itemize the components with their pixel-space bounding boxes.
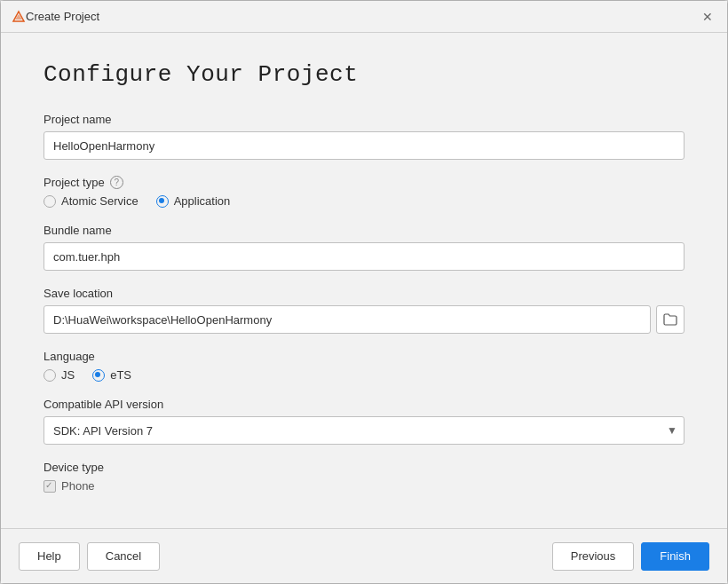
checkbox-phone bbox=[44, 480, 56, 493]
compatible-api-select-wrapper: SDK: API Version 7 SDK: API Version 8 SD… bbox=[44, 416, 684, 445]
project-type-group: Project type ? Atomic Service Applicatio… bbox=[44, 176, 684, 208]
compatible-api-label: Compatible API version bbox=[44, 398, 684, 411]
radio-application-label: Application bbox=[174, 194, 231, 208]
previous-button[interactable]: Previous bbox=[552, 542, 635, 571]
radio-js[interactable] bbox=[44, 369, 56, 382]
project-name-group: Project name bbox=[44, 113, 684, 160]
checkbox-item-phone[interactable]: Phone bbox=[44, 479, 95, 493]
project-name-input[interactable] bbox=[44, 131, 684, 160]
help-button[interactable]: Help bbox=[19, 542, 80, 571]
radio-application[interactable] bbox=[156, 195, 169, 208]
radio-atomic-service[interactable] bbox=[44, 195, 56, 208]
project-type-help-icon[interactable]: ? bbox=[110, 176, 123, 189]
save-location-input-group bbox=[44, 305, 684, 334]
language-group: Language JS eTS bbox=[44, 350, 684, 382]
radio-item-application[interactable]: Application bbox=[156, 194, 231, 208]
create-project-dialog: Create Project ✕ Configure Your Project … bbox=[0, 0, 728, 584]
dialog-footer: Help Cancel Previous Finish bbox=[1, 528, 727, 583]
footer-right-buttons: Previous Finish bbox=[552, 542, 709, 571]
language-label: Language bbox=[44, 350, 684, 363]
device-type-label: Device type bbox=[44, 461, 684, 474]
radio-item-ets[interactable]: eTS bbox=[92, 368, 131, 382]
bundle-name-label: Bundle name bbox=[44, 224, 684, 237]
compatible-api-group: Compatible API version SDK: API Version … bbox=[44, 398, 684, 445]
title-bar: Create Project ✕ bbox=[1, 1, 727, 33]
app-logo-icon bbox=[12, 10, 26, 24]
bundle-name-input[interactable] bbox=[44, 242, 684, 271]
radio-item-atomic-service[interactable]: Atomic Service bbox=[44, 194, 138, 208]
save-location-label: Save location bbox=[44, 287, 684, 300]
dialog-title: Create Project bbox=[26, 10, 699, 23]
finish-button[interactable]: Finish bbox=[641, 542, 709, 571]
language-radio-group: JS eTS bbox=[44, 368, 684, 382]
save-location-input[interactable] bbox=[44, 305, 651, 334]
radio-ets[interactable] bbox=[92, 369, 105, 382]
radio-ets-label: eTS bbox=[110, 368, 131, 382]
radio-item-js[interactable]: JS bbox=[44, 368, 75, 382]
browse-folder-button[interactable] bbox=[656, 305, 684, 334]
form-content: Configure Your Project Project name Proj… bbox=[1, 33, 727, 528]
device-type-checkbox-group: Phone bbox=[44, 479, 684, 493]
folder-icon bbox=[663, 313, 677, 326]
save-location-group: Save location bbox=[44, 287, 684, 334]
cancel-button[interactable]: Cancel bbox=[87, 542, 160, 571]
project-name-label: Project name bbox=[44, 113, 684, 126]
project-type-radio-group: Atomic Service Application bbox=[44, 194, 684, 208]
compatible-api-select[interactable]: SDK: API Version 7 SDK: API Version 8 SD… bbox=[44, 416, 684, 445]
page-heading: Configure Your Project bbox=[44, 61, 684, 88]
radio-js-label: JS bbox=[61, 368, 75, 382]
footer-left-buttons: Help Cancel bbox=[19, 542, 552, 571]
radio-atomic-service-label: Atomic Service bbox=[61, 194, 138, 208]
close-button[interactable]: ✕ bbox=[699, 8, 716, 26]
project-type-label: Project type ? bbox=[44, 176, 684, 189]
bundle-name-group: Bundle name bbox=[44, 224, 684, 271]
checkbox-phone-label: Phone bbox=[61, 479, 95, 493]
device-type-group: Device type Phone bbox=[44, 461, 684, 493]
